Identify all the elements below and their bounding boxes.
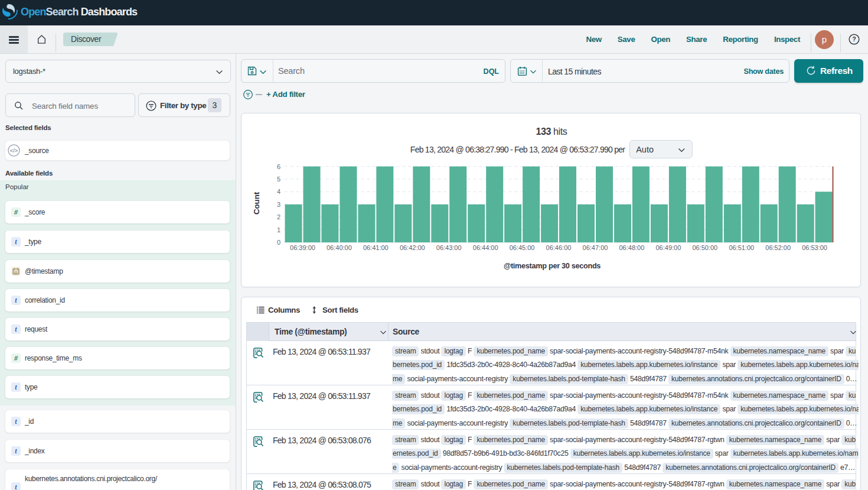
svg-text:06:45:00: 06:45:00 — [510, 244, 535, 251]
svg-text:06:49:00: 06:49:00 — [655, 244, 681, 251]
svg-text:06:47:00: 06:47:00 — [583, 244, 608, 251]
svg-text:06:43:00: 06:43:00 — [436, 244, 462, 251]
svg-text:06:42:00: 06:42:00 — [400, 244, 425, 251]
svg-text:Count: Count — [252, 192, 261, 215]
svg-text:</>: </> — [10, 148, 18, 154]
svg-text:@timestamp per 30 seconds: @timestamp per 30 seconds — [504, 262, 601, 270]
svg-text:4: 4 — [277, 188, 280, 195]
svg-text:3: 3 — [277, 201, 280, 208]
svg-text:06:53:00: 06:53:00 — [802, 244, 827, 251]
svg-text:06:44:00: 06:44:00 — [473, 244, 498, 251]
svg-text:?: ? — [852, 35, 856, 43]
svg-text:06:41:00: 06:41:00 — [363, 244, 389, 251]
svg-text:0: 0 — [277, 239, 280, 246]
svg-text:06:46:00: 06:46:00 — [546, 244, 572, 251]
svg-text:2: 2 — [277, 213, 280, 220]
svg-text:06:39:00: 06:39:00 — [290, 244, 315, 251]
svg-text:5: 5 — [277, 176, 280, 183]
svg-text:06:50:00: 06:50:00 — [692, 244, 717, 251]
svg-text:06:48:00: 06:48:00 — [619, 244, 644, 251]
svg-text:1: 1 — [277, 226, 280, 233]
svg-text:06:51:00: 06:51:00 — [729, 244, 754, 251]
svg-text:6: 6 — [277, 163, 280, 170]
svg-text:06:52:00: 06:52:00 — [765, 244, 791, 251]
svg-text:06:40:00: 06:40:00 — [327, 244, 352, 251]
